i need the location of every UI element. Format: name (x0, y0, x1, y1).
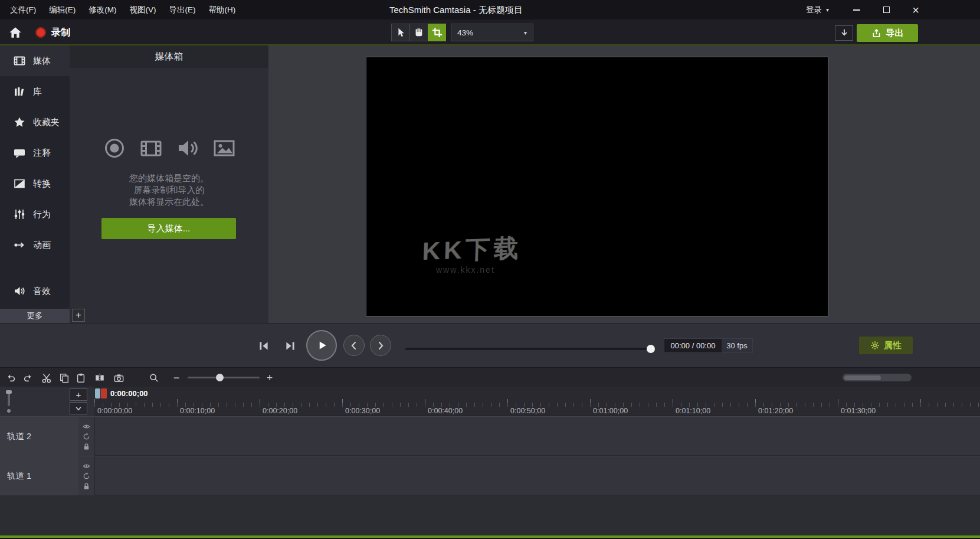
jump-forward-button[interactable] (370, 335, 391, 356)
sidebar-item-label: 动画 (33, 240, 51, 251)
undo-button[interactable] (5, 371, 18, 384)
timeline-fit-thumb[interactable] (844, 375, 881, 380)
sidebar-item-behaviors[interactable]: 行为 (0, 199, 70, 230)
lock-icon[interactable] (83, 482, 90, 490)
add-media-button[interactable]: + (72, 309, 85, 322)
paste-button[interactable] (74, 371, 87, 384)
share-icon (871, 28, 881, 38)
playhead-time-label: 0:00:00;00 (110, 389, 148, 398)
media-bin-title: 媒体箱 (70, 45, 268, 68)
track-2-header[interactable]: 轨道 2 (0, 417, 78, 456)
record-icon (35, 27, 46, 38)
library-icon (14, 86, 25, 97)
gear-icon (870, 341, 880, 350)
track-height-knob[interactable] (6, 390, 12, 394)
sidebar-item-label: 注释 (33, 148, 51, 159)
record-icon (103, 137, 126, 159)
empty-line: 您的媒体箱是空的。 (70, 172, 268, 184)
redo-button[interactable] (21, 371, 34, 384)
export-button[interactable]: 导出 (857, 24, 918, 42)
scrubber-slider[interactable] (405, 345, 655, 353)
ruler-label: 0:00:10;00 (180, 407, 215, 415)
previous-frame-button[interactable] (253, 335, 274, 357)
menu-export[interactable]: 导出(E) (163, 0, 202, 19)
ruler-label: 0:00:30;00 (345, 407, 380, 415)
eye-icon[interactable] (83, 423, 90, 430)
signin-button[interactable]: 登录 ▾ (806, 0, 829, 19)
minimize-button[interactable] (842, 0, 871, 19)
download-button[interactable] (835, 25, 853, 41)
eye-icon[interactable] (83, 462, 90, 470)
crop-tool-button[interactable] (428, 24, 446, 41)
close-button[interactable]: × (901, 0, 930, 19)
ruler-label: 0:01:20;00 (758, 407, 793, 415)
menu-file[interactable]: 文件(F) (4, 0, 42, 19)
maximize-button[interactable] (871, 0, 901, 19)
track-1-controls (78, 456, 94, 495)
sidebar-item-favorites[interactable]: 收藏夹 (0, 107, 70, 138)
play-button[interactable] (306, 330, 337, 361)
magnifier-icon (149, 373, 159, 383)
cursor-tool-button[interactable] (391, 24, 409, 41)
playback-bar: 00:00 / 00:00 30 fps 属性 (0, 323, 980, 367)
loop-icon[interactable] (83, 472, 90, 480)
properties-label: 属性 (884, 340, 902, 351)
timeline-zoom-button[interactable] (148, 371, 160, 384)
close-icon: × (912, 4, 919, 16)
track-1-header[interactable]: 轨道 1 (0, 456, 78, 495)
timeline-ruler[interactable]: 0:00:00;00 0:00:10;00 0:00:20;00 0:00:30… (94, 387, 980, 416)
snapshot-button[interactable] (112, 371, 125, 384)
sidebar-item-library[interactable]: 库 (0, 76, 70, 107)
timeline-zoom-knob[interactable] (216, 374, 224, 381)
import-media-button[interactable]: 导入媒体... (101, 218, 236, 239)
scrubber-knob[interactable] (647, 345, 655, 353)
track-1-content[interactable] (94, 456, 980, 495)
next-frame-button[interactable] (280, 335, 301, 357)
add-track-button[interactable]: + (70, 388, 87, 401)
menu-view[interactable]: 视图(V) (123, 0, 163, 19)
chevron-down-icon (74, 405, 83, 412)
sidebar-item-transitions[interactable]: 转换 (0, 168, 70, 199)
lock-icon[interactable] (83, 443, 90, 450)
sidebar-item-annotations[interactable]: 注释 (0, 138, 70, 168)
cut-button[interactable] (40, 371, 53, 384)
collapse-tracks-button[interactable] (70, 402, 87, 414)
ruler-label: 0:00:40;00 (428, 407, 463, 415)
jump-back-button[interactable] (343, 335, 365, 356)
ruler-label: 0:01:30;00 (841, 407, 876, 415)
speaker-icon (176, 137, 199, 159)
pan-tool-button[interactable] (409, 24, 428, 41)
callout-icon (14, 147, 25, 159)
sidebar-item-audio-effects[interactable]: 音效 (0, 276, 70, 306)
loop-icon[interactable] (83, 433, 90, 440)
copy-button[interactable] (58, 371, 71, 384)
menu-items: 文件(F) 编辑(E) 修改(M) 视图(V) 导出(E) 帮助(H) (4, 0, 242, 19)
timeline-toolbar: − + (0, 367, 980, 387)
record-label: 录制 (51, 27, 70, 39)
maximize-icon (883, 6, 890, 13)
playhead-out-handle[interactable] (101, 388, 107, 398)
chevron-down-icon: ▾ (826, 6, 829, 13)
playhead-handle[interactable] (95, 388, 100, 398)
track-2-content[interactable] (94, 417, 980, 456)
window-title: TechSmith Camtasia - 无标题项目 (389, 0, 523, 19)
properties-button[interactable]: 属性 (859, 337, 913, 354)
plus-icon: + (267, 372, 273, 384)
menu-edit[interactable]: 编辑(E) (42, 0, 82, 19)
sidebar-item-media[interactable]: 媒体 (0, 45, 70, 76)
media-bin-empty-icons (70, 137, 268, 159)
zoom-in-button[interactable]: + (263, 371, 276, 384)
home-button[interactable] (7, 25, 24, 40)
record-button[interactable]: 录制 (31, 24, 75, 41)
ruler-ticks-minor (94, 403, 980, 407)
video-preview[interactable]: KK下载 www.kkx.net (366, 57, 828, 316)
zoom-out-button[interactable]: − (170, 371, 183, 384)
menu-modify[interactable]: 修改(M) (82, 0, 123, 19)
split-button[interactable] (93, 371, 106, 384)
zoom-level-select[interactable]: 43% ▾ (451, 24, 533, 41)
sidebar-item-animations[interactable]: 动画 (0, 230, 70, 260)
timeline-zoom-slider[interactable] (188, 377, 260, 378)
sidebar-more-button[interactable]: 更多 (0, 309, 70, 323)
timeline-fit-bar[interactable] (843, 374, 912, 381)
menu-help[interactable]: 帮助(H) (202, 0, 242, 19)
